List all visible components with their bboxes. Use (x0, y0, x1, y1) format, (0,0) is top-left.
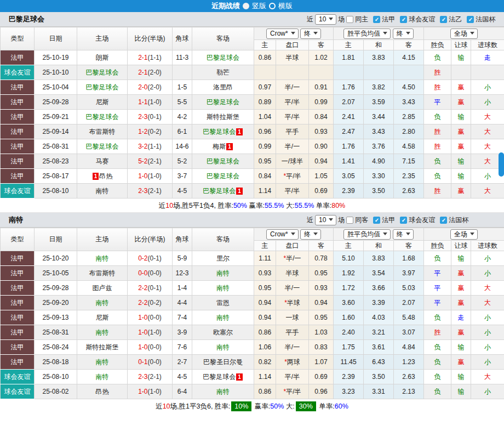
avg-draw: 4.90 (364, 154, 394, 169)
handicap-value: 一/球半 (282, 157, 303, 165)
away-team: 巴黎圣日尔曼 (192, 355, 254, 370)
final-select-2-value: 终 (397, 230, 403, 238)
horizontal-radio-label[interactable]: 横版 (278, 1, 293, 11)
odds-home (254, 65, 276, 80)
match-count-select[interactable]: 10 (315, 14, 336, 25)
odds-home: 0.95 (254, 154, 276, 169)
result-goals: 大 (471, 281, 504, 296)
result-goals (471, 65, 504, 80)
company-select[interactable]: Crow* (266, 29, 299, 39)
same-venue-checkbox[interactable] (346, 217, 353, 224)
result-goals: 小 (471, 325, 504, 340)
league-checkbox-label-0[interactable]: 法甲 (382, 216, 395, 225)
league-checkbox-label-1[interactable]: 球会友谊 (409, 15, 435, 24)
league-checkbox-2[interactable]: ✓ (440, 217, 447, 224)
avg-home: 11.45 (334, 355, 364, 370)
scope-select-value: 全场 (454, 30, 467, 37)
league-checkbox-label-2[interactable]: 法乙 (449, 15, 462, 24)
league-checkbox-0[interactable]: ✓ (373, 217, 380, 224)
league-checkbox-label-3[interactable]: 法国杯 (476, 15, 495, 24)
result-goals: 大 (471, 296, 504, 310)
avg-home: 3.23 (334, 384, 364, 399)
team-header-band: 南特近10场同客✓法甲✓球会友谊✓法国杯 (0, 213, 504, 228)
match-row: 法甲25-08-31巴黎足球会3-2(1-1)14-6梅斯10.99半/一0.9… (1, 139, 504, 154)
final-select[interactable]: 终 (300, 29, 321, 39)
home-team-name: 巴黎足球会 (86, 113, 119, 121)
league-checkbox-1[interactable]: ✓ (400, 217, 407, 224)
league-type-badge: 法甲 (1, 251, 35, 266)
full-time-score: 1-2 (138, 128, 147, 135)
league-checkbox-2[interactable]: ✓ (440, 16, 447, 23)
away-team: 巴黎足球会 (192, 154, 254, 169)
league-checkbox-3[interactable]: ✓ (467, 16, 474, 23)
avg-away: 2.07 (394, 296, 424, 310)
scope-select[interactable]: 全场 (450, 29, 478, 39)
scope-select[interactable]: 全场 (450, 229, 478, 240)
avg-draw: 3.43 (364, 124, 394, 139)
league-checkbox-label-0[interactable]: 法甲 (382, 15, 395, 24)
league-type-badge: 法甲 (1, 281, 35, 296)
final-select-2[interactable]: 终 (393, 229, 414, 240)
same-venue-checkbox[interactable] (346, 16, 353, 23)
handicap-value: 半/一 (285, 343, 300, 351)
league-checkbox-label-1[interactable]: 球会友谊 (409, 216, 435, 225)
card-badge: 1 (236, 188, 243, 195)
odds-handicap: *半/一 (276, 251, 309, 266)
handicap-value: 平/半 (285, 98, 300, 106)
result-goals: 小 (471, 266, 504, 281)
odds-away: 0.69 (309, 370, 334, 384)
home-team-name: 南特 (96, 328, 109, 336)
avg-draw: 3.59 (364, 95, 394, 110)
chevron-down-icon (329, 218, 333, 223)
match-count-select[interactable]: 10 (315, 215, 336, 225)
chevron-down-icon (470, 233, 474, 237)
league-checkbox-label-2[interactable]: 法国杯 (449, 216, 468, 225)
vertical-radio-label[interactable]: 竖版 (252, 1, 266, 11)
avg-away: 2.13 (394, 384, 424, 399)
final-select-2[interactable]: 终 (393, 29, 414, 39)
sub-column-header: 客 (309, 40, 334, 50)
full-time-score: 5-2 (138, 157, 147, 165)
odds-home: 0.97 (254, 80, 276, 95)
filter-bar: 近10场同主✓法甲✓球会友谊✓法乙✓法国杯 (307, 12, 495, 26)
result-handicap: 赢 (451, 184, 471, 199)
result-handicap: 输 (451, 50, 471, 65)
vertical-radio[interactable] (243, 3, 249, 9)
avg-draw: 3.76 (364, 139, 394, 154)
league-checkbox-1[interactable]: ✓ (400, 16, 407, 23)
full-time-score: 0-0 (138, 269, 147, 277)
league-checkbox-0[interactable]: ✓ (373, 16, 380, 23)
match-date: 25-08-10 (35, 184, 77, 199)
home-team-name: 斯特拉斯堡 (86, 343, 119, 351)
same-venue-label[interactable]: 同主 (355, 15, 368, 24)
same-venue-label[interactable]: 同客 (355, 216, 368, 225)
league-type-badge: 法甲 (1, 310, 35, 325)
scroll-indicator[interactable] (499, 152, 504, 177)
horizontal-radio[interactable] (269, 3, 276, 9)
company-select[interactable]: Crow* (266, 229, 299, 240)
avg-select[interactable]: 胜平负均值 (343, 229, 391, 240)
result-handicap: 赢 (451, 95, 471, 110)
home-team-name: 南特 (96, 299, 109, 307)
match-count-select-value: 10 (319, 216, 326, 224)
full-time-score: 1-1 (138, 98, 147, 106)
away-team-name: 勒芒 (216, 69, 230, 76)
result-wdl: 负 (424, 50, 451, 65)
home-team: 巴黎足球会 (77, 80, 128, 95)
away-team: 雷恩 (192, 296, 254, 310)
half-time-score: (2-0) (148, 83, 162, 91)
full-time-score: 0-1 (138, 358, 147, 366)
league-type-badge: 球会友谊 (1, 184, 35, 199)
company-select-value: Crow* (270, 230, 288, 238)
avg-away: 3.97 (394, 266, 424, 281)
home-team-name: 尼斯 (96, 98, 109, 106)
home-team: 南特 (77, 325, 128, 340)
away-team-name: 巴黎足球会 (207, 98, 239, 106)
away-team-name: 斯特拉斯堡 (207, 113, 239, 121)
avg-select[interactable]: 胜平负均值 (343, 29, 391, 39)
result-wdl: 负 (424, 310, 451, 325)
final-select[interactable]: 终 (300, 229, 321, 240)
handicap-value: 半/一 (286, 254, 301, 262)
summary-part: 55.5% (265, 202, 284, 209)
away-team: 巴黎足球会1 (192, 184, 254, 199)
